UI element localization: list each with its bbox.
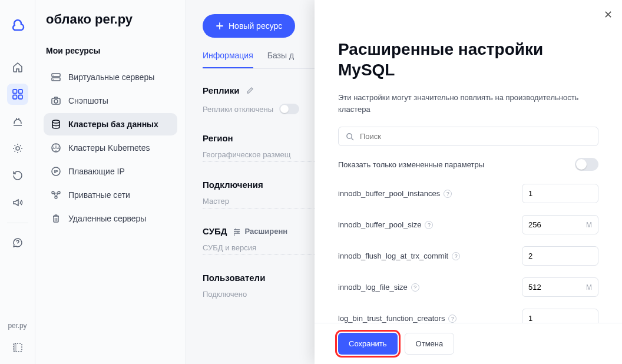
svg-point-19 <box>55 196 57 198</box>
help-icon[interactable]: ? <box>411 283 419 292</box>
drawer-footer: Сохранить Отмена <box>315 323 622 364</box>
drawer-description: Эти настройки могут значительно повлиять… <box>338 92 598 115</box>
replicas-toggle[interactable] <box>279 104 299 114</box>
rail-help-icon[interactable] <box>7 232 28 253</box>
sidebar: облако рег.ру Мои ресурсы Виртуальные се… <box>35 0 186 364</box>
svg-rect-2 <box>13 95 17 100</box>
rail-collapse-icon[interactable] <box>7 337 28 358</box>
rail-announce-icon[interactable] <box>7 192 28 213</box>
new-resource-label: Новый ресурс <box>229 21 282 31</box>
sidebar-item-floating-ip[interactable]: IP Плавающие IP <box>44 160 177 183</box>
parameter-list: innodb_buffer_pool_instances? 1 innodb_b… <box>315 184 622 323</box>
tab-info[interactable]: Информация <box>203 51 253 68</box>
save-button[interactable]: Сохранить <box>338 333 398 355</box>
show-changed-label: Показать только измененные параметры <box>338 160 484 169</box>
svg-rect-1 <box>18 90 22 94</box>
param-input[interactable]: 256M <box>522 215 598 234</box>
sidebar-item-deleted-servers[interactable]: Удаленные серверы <box>44 207 177 230</box>
rail-grid-icon[interactable] <box>7 84 28 105</box>
rail-history-icon[interactable] <box>7 165 28 186</box>
sidebar-item-private-networks[interactable]: Приватные сети <box>44 184 177 206</box>
param-input[interactable]: 1 <box>522 184 598 203</box>
sidebar-item-label: Кластеры Kubernetes <box>68 143 150 153</box>
svg-point-17 <box>52 191 54 194</box>
sidebar-item-snapshots[interactable]: Снэпшоты <box>44 90 177 112</box>
rail-settings-icon[interactable] <box>7 138 28 159</box>
param-row: innodb_flush_log_at_trx_commit? 2 <box>338 246 598 266</box>
param-input[interactable]: 1 <box>522 309 598 323</box>
rail-activity-icon[interactable] <box>7 111 28 132</box>
help-icon[interactable]: ? <box>448 315 456 323</box>
param-input[interactable]: 512M <box>522 277 598 297</box>
help-icon[interactable]: ? <box>425 221 433 229</box>
logo-icon[interactable] <box>7 14 28 35</box>
param-row: log_bin_trust_function_creators? 1 <box>338 309 598 323</box>
rail-brand-text: рег.ру <box>8 322 27 330</box>
param-row: innodb_buffer_pool_instances? 1 <box>338 184 598 203</box>
sidebar-item-virtual-servers[interactable]: Виртуальные серверы <box>44 66 177 88</box>
param-input[interactable]: 2 <box>522 246 598 266</box>
svg-rect-6 <box>14 343 16 352</box>
param-row: innodb_log_file_size? 512M <box>338 277 598 297</box>
sidebar-item-label: Снэпшоты <box>68 96 108 105</box>
svg-rect-8 <box>52 78 60 81</box>
svg-rect-7 <box>52 74 60 77</box>
search-icon <box>346 133 354 141</box>
svg-point-20 <box>347 133 352 138</box>
advanced-settings-drawer: ✕ Расширенные настройки MySQL Эти настро… <box>315 0 622 364</box>
sidebar-item-db-clusters[interactable]: Кластеры баз данных <box>44 113 177 135</box>
sidebar-item-label: Виртуальные серверы <box>68 72 154 82</box>
svg-point-12 <box>54 100 58 103</box>
svg-point-18 <box>58 191 60 194</box>
rail-home-icon[interactable] <box>7 57 28 78</box>
sidebar-item-label: Удаленные серверы <box>68 214 146 223</box>
svg-point-13 <box>52 120 59 123</box>
drawer-title: Расширенные настройки MySQL <box>338 39 598 80</box>
sidebar-item-label: Приватные сети <box>68 190 130 200</box>
svg-rect-3 <box>18 95 22 100</box>
tab-databases[interactable]: Базы д <box>267 51 294 68</box>
new-resource-button[interactable]: Новый ресурс <box>203 14 295 38</box>
edit-icon[interactable] <box>246 87 254 95</box>
logo-title: облако рег.ру <box>44 12 177 27</box>
search-input-wrapper[interactable] <box>338 127 598 146</box>
sidebar-item-label: Кластеры баз данных <box>68 120 158 129</box>
help-icon[interactable]: ? <box>444 190 452 198</box>
search-input[interactable] <box>360 132 591 141</box>
sidebar-item-k8s[interactable]: Кластеры Kubernetes <box>44 137 177 159</box>
icon-rail: рег.ру <box>0 0 35 364</box>
svg-rect-0 <box>13 90 17 94</box>
show-changed-toggle[interactable] <box>575 158 598 171</box>
sidebar-section-label: Мои ресурсы <box>44 46 177 55</box>
param-row: innodb_buffer_pool_size? 256M <box>338 215 598 234</box>
svg-point-10 <box>53 79 54 80</box>
help-icon[interactable]: ? <box>452 252 460 260</box>
svg-text:IP: IP <box>54 170 58 174</box>
cancel-button[interactable]: Отмена <box>405 333 455 355</box>
svg-point-4 <box>16 147 19 150</box>
svg-point-9 <box>53 75 54 76</box>
advanced-settings-link[interactable]: Расширенн <box>233 227 287 236</box>
sidebar-item-label: Плавающие IP <box>68 167 125 176</box>
close-icon[interactable]: ✕ <box>604 8 613 21</box>
